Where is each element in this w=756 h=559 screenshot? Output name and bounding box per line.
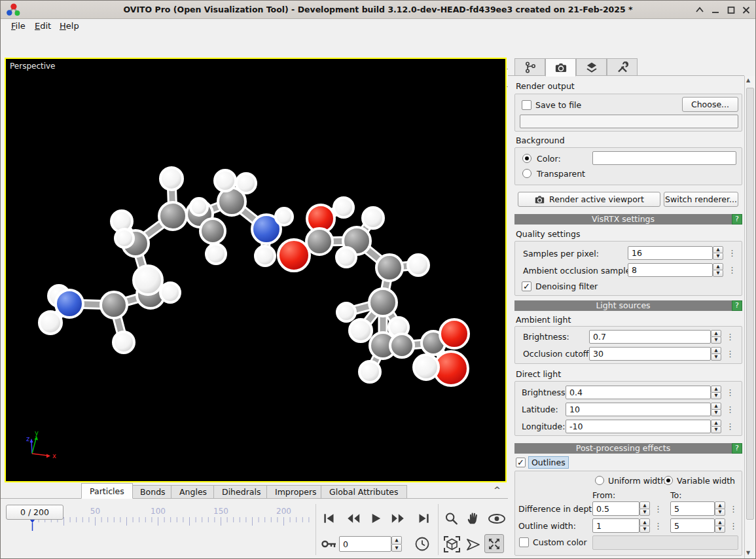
direct-brightness-field[interactable]	[566, 386, 711, 399]
light-sources-help-button[interactable]: ?	[732, 300, 742, 311]
panel-scrollbar[interactable]: ▲ ▼	[744, 76, 755, 559]
spin-down-icon[interactable]: ▼	[715, 526, 725, 533]
spin-up-icon[interactable]: ▲	[715, 518, 725, 526]
ambient-brightness-field[interactable]	[589, 330, 711, 344]
width-to-field[interactable]	[670, 518, 715, 533]
spin-down-icon[interactable]: ▼	[391, 544, 402, 552]
spin-down-icon[interactable]: ▼	[711, 392, 721, 399]
choose-file-button[interactable]: Choose...	[682, 97, 738, 112]
animation-settings-clock-icon[interactable]	[414, 536, 430, 552]
depth-to-field[interactable]	[670, 501, 715, 516]
next-frame-button[interactable]	[390, 512, 406, 525]
tab-angles[interactable]: Angles	[171, 485, 215, 499]
tab-dihedrals[interactable]: Dihedrals	[213, 485, 269, 499]
scroll-up-icon[interactable]: ▲	[746, 77, 750, 83]
tab-overlays[interactable]	[576, 58, 607, 76]
background-transparent-radio[interactable]	[522, 169, 531, 178]
latitude-field[interactable]	[566, 403, 711, 416]
auto-key-icon[interactable]	[321, 538, 337, 550]
tab-pipelines[interactable]	[514, 58, 545, 76]
depth-from-field[interactable]	[592, 501, 639, 516]
tab-bonds[interactable]: Bonds	[132, 485, 174, 499]
spin-down-icon[interactable]: ▼	[715, 509, 725, 516]
background-color-radio[interactable]	[522, 154, 531, 163]
field-of-view-icon[interactable]	[465, 537, 482, 552]
frame-spinner[interactable]: ▲▼	[391, 536, 402, 552]
longitude-field[interactable]	[566, 420, 711, 433]
orbit-mode-eye-icon[interactable]	[488, 513, 506, 525]
visrtx-help-button[interactable]: ?	[732, 214, 742, 225]
render-active-viewport-button[interactable]: Render active viewport	[518, 192, 660, 207]
spin-down-icon[interactable]: ▼	[639, 526, 650, 533]
viewport-3d[interactable]: Perspective z y x	[5, 58, 507, 482]
skip-to-start-button[interactable]	[321, 512, 336, 525]
ambient-brightness-spinner[interactable]: ▲▼	[711, 330, 721, 344]
direct-brightness-spinner[interactable]: ▲▼	[711, 386, 721, 399]
spin-up-icon[interactable]: ▲	[391, 536, 402, 545]
tab-render[interactable]	[545, 58, 576, 77]
skip-to-end-button[interactable]	[417, 512, 431, 525]
outlines-checkbox[interactable]: ✓	[516, 458, 526, 467]
background-color-swatch[interactable]	[592, 151, 736, 165]
samples-per-pixel-field[interactable]	[628, 246, 713, 260]
timeline-current-frame-button[interactable]: 0 / 200	[6, 505, 63, 520]
variable-width-radio[interactable]	[664, 476, 673, 485]
spin-down-icon[interactable]: ▼	[713, 253, 723, 260]
spin-down-icon[interactable]: ▼	[639, 509, 650, 516]
ambient-brightness-menu-icon[interactable]: ⋮	[726, 333, 734, 341]
post-processing-help-button[interactable]: ?	[732, 443, 742, 454]
tab-global-attributes[interactable]: Global Attributes	[321, 485, 407, 499]
frame-number-field[interactable]	[339, 536, 391, 552]
longitude-spinner[interactable]: ▲▼	[711, 420, 721, 433]
timeline-ruler[interactable]: 50100150200	[1, 499, 508, 559]
width-from-menu-icon[interactable]: ⋮	[654, 522, 662, 530]
direct-brightness-menu-icon[interactable]: ⋮	[726, 388, 734, 397]
depth-from-spinner[interactable]: ▲▼	[639, 501, 650, 516]
spin-up-icon[interactable]: ▲	[639, 501, 650, 509]
depth-from-menu-icon[interactable]: ⋮	[654, 505, 662, 513]
maximize-window-button[interactable]	[727, 6, 736, 14]
spin-down-icon[interactable]: ▼	[711, 409, 721, 416]
ao-samples-field[interactable]	[628, 263, 713, 277]
occlusion-cutoff-field[interactable]	[589, 347, 711, 361]
play-button[interactable]	[370, 512, 382, 525]
latitude-menu-icon[interactable]: ⋮	[726, 405, 734, 414]
previous-frame-button[interactable]	[346, 512, 361, 525]
width-to-menu-icon[interactable]: ⋮	[729, 522, 738, 530]
switch-renderer-button[interactable]: Switch renderer...	[664, 192, 738, 207]
tab-utilities[interactable]	[607, 58, 638, 76]
zoom-scene-extents-icon[interactable]	[443, 535, 461, 553]
scroll-down-icon[interactable]: ▼	[746, 550, 750, 556]
menu-file[interactable]: File	[9, 19, 28, 33]
maximize-viewport-button[interactable]	[484, 534, 504, 553]
width-to-spinner[interactable]: ▲▼	[715, 518, 725, 533]
shade-button[interactable]	[695, 6, 704, 14]
custom-color-checkbox[interactable]	[519, 537, 529, 547]
ao-spinner[interactable]: ▲▼	[713, 263, 723, 277]
spin-down-icon[interactable]: ▼	[711, 336, 721, 344]
spin-up-icon[interactable]: ▲	[715, 501, 725, 509]
denoising-checkbox[interactable]: ✓	[522, 281, 531, 291]
depth-to-menu-icon[interactable]: ⋮	[729, 505, 738, 513]
samples-spinner[interactable]: ▲▼	[713, 246, 723, 260]
latitude-spinner[interactable]: ▲▼	[711, 403, 721, 416]
save-to-file-checkbox[interactable]	[522, 100, 531, 110]
ao-menu-icon[interactable]: ⋮	[728, 266, 736, 274]
depth-to-spinner[interactable]: ▲▼	[715, 501, 725, 516]
occlusion-spinner[interactable]: ▲▼	[711, 347, 721, 361]
spin-down-icon[interactable]: ▼	[711, 426, 721, 433]
longitude-menu-icon[interactable]: ⋮	[726, 422, 734, 431]
spin-down-icon[interactable]: ▼	[711, 353, 721, 361]
spin-up-icon[interactable]: ▲	[639, 518, 650, 526]
samples-menu-icon[interactable]: ⋮	[728, 249, 736, 257]
occlusion-menu-icon[interactable]: ⋮	[726, 350, 734, 358]
uniform-width-radio[interactable]	[595, 476, 604, 485]
tab-impropers[interactable]: Impropers	[266, 485, 325, 499]
width-from-field[interactable]	[592, 518, 639, 533]
scrollbar-thumb[interactable]	[746, 88, 754, 520]
pan-mode-hand-icon[interactable]	[465, 511, 480, 526]
menu-edit[interactable]: Edit	[32, 19, 54, 33]
tab-particles[interactable]: Particles	[81, 483, 133, 499]
menu-help[interactable]: Help	[57, 19, 82, 33]
zoom-mode-icon[interactable]	[444, 511, 459, 526]
